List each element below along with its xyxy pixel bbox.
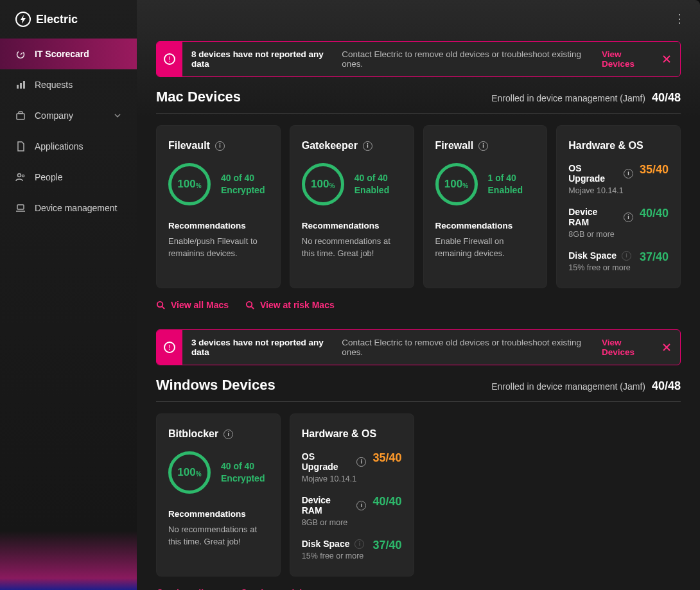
alert-body: 3 devices have not reported any data Con… — [182, 330, 602, 365]
section-head-mac: Mac Devices Enrolled in device managemen… — [156, 89, 681, 114]
search-icon — [245, 300, 255, 310]
card-title-label: Hardware & OS — [568, 140, 643, 152]
view-at-risk-macs-link[interactable]: View at risk Macs — [245, 300, 335, 310]
close-icon[interactable] — [662, 343, 671, 352]
hw-count: 40/40 — [640, 207, 669, 220]
section-head-windows: Windows Devices Enrolled in device manag… — [156, 377, 681, 402]
sidebar-item-device-management[interactable]: Device management — [0, 193, 137, 223]
info-icon[interactable]: i — [356, 501, 366, 510]
gauge-status: Enabled — [488, 184, 523, 196]
gauge-status: Enabled — [354, 184, 389, 196]
gauge: 100% — [168, 163, 211, 205]
info-icon[interactable]: i — [624, 213, 633, 222]
hw-sub: Mojave 10.14.1 — [302, 474, 367, 483]
hw-count: 37/40 — [640, 250, 669, 264]
svg-rect-2 — [17, 85, 19, 89]
gauge-count: 40 of 40 — [354, 172, 389, 184]
link-label: View all Macs — [171, 300, 229, 310]
hw-label: Disk Space — [568, 250, 617, 261]
reco-body: Enable/push Filevault to remainins devic… — [168, 236, 268, 260]
alert-view-devices-link[interactable]: View Devices — [602, 338, 653, 357]
svg-rect-9 — [17, 205, 24, 209]
section-title: Mac Devices — [156, 89, 241, 105]
sidebar-item-label: Company — [35, 110, 73, 121]
brand-label: Electric — [36, 13, 78, 26]
enroll-label: Enrolled in device management (Jamf) — [491, 381, 645, 392]
gauge-icon — [15, 49, 26, 59]
hw-sub: 15% free or more — [302, 551, 367, 560]
sidebar-item-scorecard[interactable]: IT Scorecard — [0, 39, 137, 69]
card-hardware-os-mac: Hardware & OS OS Upgrade i Mojave 10.14.… — [556, 125, 681, 288]
info-icon[interactable]: i — [356, 457, 366, 467]
link-label: View at risk Macs — [260, 300, 335, 310]
card-title-label: Filevault — [168, 140, 210, 152]
sidebar: Electric IT Scorecard Requests Company — [0, 0, 137, 590]
section-title: Windows Devices — [156, 377, 276, 394]
gauge-status: Encrypted — [221, 473, 265, 485]
info-icon[interactable]: i — [215, 141, 225, 151]
gauge-value: 100 — [177, 178, 195, 191]
reco-heading: Recommendations — [168, 509, 268, 519]
gauge-count: 1 of 40 — [488, 172, 523, 184]
gauge-value: 100 — [311, 178, 329, 191]
percent-icon: % — [196, 471, 202, 478]
chart-bar-icon — [15, 80, 26, 90]
sidebar-item-label: People — [35, 172, 63, 182]
info-icon[interactable]: i — [223, 429, 233, 439]
card-hardware-os-windows: Hardware & OS OS Upgrade i Mojave 10.14.… — [290, 413, 414, 577]
gauge-value: 100 — [444, 178, 462, 191]
sidebar-item-people[interactable]: People — [0, 162, 137, 193]
nav: IT Scorecard Requests Company — [0, 39, 137, 223]
card-filevault: Filevault i 100% 40 of 40 Encrypted Reco… — [156, 125, 281, 288]
alert-view-devices-link[interactable]: View Devices — [602, 49, 653, 69]
alert-icon-container: ! — [157, 42, 182, 76]
percent-icon: % — [462, 182, 468, 189]
view-all-macs-link[interactable]: View all Macs — [156, 300, 229, 310]
svg-point-13 — [247, 301, 252, 306]
sidebar-item-label: Requests — [35, 80, 73, 90]
info-icon[interactable]: i — [363, 141, 372, 151]
enroll-label: Enrolled in device management (Jamf) — [491, 93, 645, 103]
alert-windows: ! 3 devices have not reported any data C… — [156, 329, 681, 365]
info-icon[interactable]: i — [478, 141, 488, 151]
info-icon[interactable]: i — [354, 539, 364, 549]
gauge-value: 100 — [177, 466, 195, 479]
sidebar-item-applications[interactable]: Applications — [0, 131, 137, 162]
windows-cards: Bitblocker i 100% 40 of 40 Encrypted Rec… — [156, 413, 681, 577]
alert-icon-container: ! — [157, 330, 182, 365]
svg-rect-5 — [17, 114, 24, 119]
svg-line-14 — [251, 306, 254, 309]
hw-count: 35/40 — [640, 163, 669, 177]
hw-sub: 8GB or more — [568, 230, 633, 239]
enroll-count: 40/48 — [652, 379, 681, 393]
svg-rect-6 — [19, 112, 22, 114]
sidebar-item-company[interactable]: Company — [0, 100, 137, 131]
info-icon[interactable]: i — [624, 169, 633, 178]
hw-sub: 8GB or more — [302, 518, 367, 527]
sidebar-item-label: Device management — [35, 203, 117, 213]
alert-text: Contact Electric to remove old devices o… — [342, 49, 593, 69]
reco-body: No recommendations at this time. Great j… — [168, 524, 268, 548]
gauge: 100% — [168, 451, 211, 494]
alert-text: Contact Electric to remove old devices o… — [342, 338, 593, 357]
close-icon[interactable] — [662, 55, 671, 64]
hw-label: OS Upgrade — [568, 163, 618, 184]
hw-sub: 15% free or more — [568, 263, 633, 272]
percent-icon: % — [196, 182, 202, 189]
info-icon[interactable]: i — [622, 251, 631, 261]
hw-sub: Mojave 10.14.1 — [568, 186, 633, 195]
briefcase-icon — [15, 110, 26, 121]
alert-icon: ! — [164, 342, 175, 353]
sidebar-item-requests[interactable]: Requests — [0, 69, 137, 100]
sidebar-item-label: IT Scorecard — [35, 49, 89, 59]
hw-count: 40/40 — [372, 495, 401, 508]
percent-icon: % — [329, 182, 335, 189]
more-menu-button[interactable]: ⋮ — [674, 12, 685, 26]
reco-heading: Recommendations — [168, 221, 268, 230]
sidebar-item-label: Applications — [35, 141, 83, 152]
alert-icon: ! — [164, 53, 175, 65]
svg-point-7 — [18, 174, 21, 177]
card-title-label: Gatekeeper — [302, 140, 358, 152]
alert-body: 8 devices have not reported any data Con… — [182, 42, 602, 76]
reco-heading: Recommendations — [302, 221, 402, 230]
